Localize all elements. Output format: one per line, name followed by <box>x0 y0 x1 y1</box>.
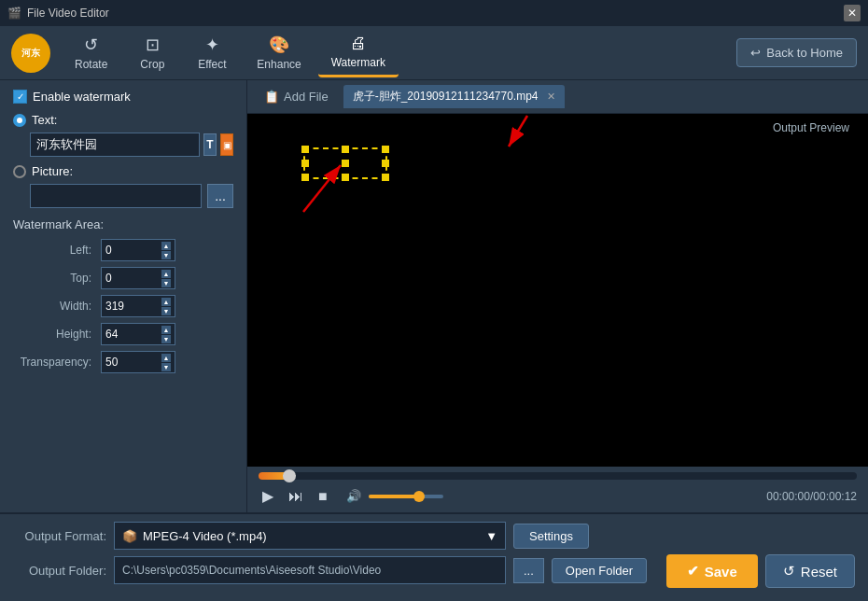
text-label: Text: <box>32 113 57 127</box>
watermark-handle-mr[interactable] <box>382 160 389 167</box>
volume-fill <box>369 495 417 498</box>
output-format-select[interactable]: 📦 MPEG-4 Video (*.mp4) ▼ <box>114 522 506 550</box>
next-frame-button[interactable]: ⏭ <box>285 486 307 507</box>
main-area: ✓ Enable watermark Text: T ▣ Picture: <box>0 80 868 512</box>
play-button[interactable]: ▶ <box>259 485 277 507</box>
progress-bar[interactable] <box>259 472 857 480</box>
close-button[interactable]: ✕ <box>844 5 861 21</box>
preview-tabs: 📋 Add File 虎子-胆炸_20190912111234770.mp4 ✕ <box>247 80 868 114</box>
crop-label: Crop <box>140 58 164 71</box>
top-param-row: Top: 0 ▲ ▼ <box>13 267 233 289</box>
picture-file-input[interactable] <box>30 184 202 208</box>
left-spin-down[interactable]: ▼ <box>161 251 171 259</box>
toolbar-effect[interactable]: ✦ Effect <box>184 29 240 77</box>
enhance-label: Enhance <box>257 58 301 71</box>
top-spin-down[interactable]: ▼ <box>161 279 171 287</box>
watermark-handle-tm[interactable] <box>342 146 349 153</box>
toolbar-rotate[interactable]: ↺ Rotate <box>62 29 120 77</box>
left-label: Left: <box>13 244 97 257</box>
save-label: Save <box>705 564 737 580</box>
watermark-box[interactable] <box>303 147 387 179</box>
volume-icon: 🔊 <box>346 489 361 503</box>
bottom-bar-wrap: Output Format: 📦 MPEG-4 Video (*.mp4) ▼ … <box>0 512 868 601</box>
watermark-handle-br[interactable] <box>382 174 389 181</box>
width-spin-up[interactable]: ▲ <box>161 298 171 306</box>
height-spin-up[interactable]: ▲ <box>161 326 171 334</box>
output-folder-input[interactable]: C:\Users\pc0359\Documents\Aiseesoft Stud… <box>114 556 506 584</box>
picture-radio[interactable] <box>13 165 26 178</box>
save-button[interactable]: ✔ Save <box>666 554 758 588</box>
back-home-button[interactable]: ↩ Back to Home <box>736 38 857 67</box>
watermark-handle-center[interactable] <box>342 160 349 167</box>
add-file-icon: 📋 <box>264 90 279 104</box>
toolbar-crop[interactable]: ⊡ Crop <box>124 29 180 77</box>
progress-handle[interactable] <box>283 469 296 482</box>
left-panel: ✓ Enable watermark Text: T ▣ Picture: <box>0 80 247 512</box>
open-folder-button[interactable]: Open Folder <box>552 558 647 583</box>
format-value: MPEG-4 Video (*.mp4) <box>143 529 267 543</box>
font-style-button[interactable]: T <box>203 133 217 156</box>
height-spin-down[interactable]: ▼ <box>161 335 171 343</box>
reset-button[interactable]: ↺ Reset <box>765 554 855 588</box>
transparency-spinbox[interactable]: 50 ▲ ▼ <box>101 351 175 373</box>
title-text: File Video Editor <box>27 7 109 20</box>
preview-area: 📋 Add File 虎子-胆炸_20190912111234770.mp4 ✕… <box>247 80 868 512</box>
tab-close-button[interactable]: ✕ <box>547 91 555 103</box>
format-icon: 📦 <box>122 529 137 543</box>
file-tab[interactable]: 虎子-胆炸_20190912111234770.mp4 ✕ <box>343 85 565 108</box>
toolbar-enhance[interactable]: 🎨 Enhance <box>244 29 314 77</box>
width-param-row: Width: 319 ▲ ▼ <box>13 295 233 317</box>
output-folder-label: Output Folder: <box>13 564 106 578</box>
stop-button[interactable]: ■ <box>315 486 331 507</box>
video-canvas: Output Preview <box>247 114 868 467</box>
output-format-row: Output Format: 📦 MPEG-4 Video (*.mp4) ▼ … <box>13 522 855 550</box>
volume-slider[interactable] <box>369 495 443 498</box>
watermark-handle-tr[interactable] <box>382 146 389 153</box>
font-color-button[interactable]: ▣ <box>220 133 233 156</box>
watermark-handle-tl[interactable] <box>301 146 309 153</box>
watermark-handle-bl[interactable] <box>301 174 309 181</box>
transparency-spin-down[interactable]: ▼ <box>161 363 171 371</box>
text-radio-row: Text: <box>13 113 233 127</box>
left-spin-up[interactable]: ▲ <box>161 242 171 250</box>
add-file-tab[interactable]: 📋 Add File <box>255 86 338 107</box>
transparency-spin-up[interactable]: ▲ <box>161 354 171 362</box>
folder-browse-button[interactable]: ... <box>513 558 544 583</box>
width-spinbox[interactable]: 319 ▲ ▼ <box>101 295 175 317</box>
file-tab-label: 虎子-胆炸_20190912111234770.mp4 <box>353 89 539 105</box>
reset-icon: ↺ <box>783 563 795 580</box>
effect-icon: ✦ <box>205 35 219 55</box>
enable-watermark-row: ✓ Enable watermark <box>13 90 233 104</box>
crop-icon: ⊡ <box>146 35 160 55</box>
watermark-text-input[interactable] <box>30 133 200 157</box>
watermark-handle-ml[interactable] <box>301 160 309 167</box>
left-spinbox[interactable]: 0 ▲ ▼ <box>101 239 175 261</box>
toolbar-watermark[interactable]: 🖨 Watermark <box>318 28 399 77</box>
picture-input-row: ... <box>30 184 233 208</box>
top-spinbox[interactable]: 0 ▲ ▼ <box>101 267 175 289</box>
title-bar: 🎬 File Video Editor ✕ <box>0 0 868 26</box>
save-icon: ✔ <box>687 563 699 580</box>
text-radio[interactable] <box>13 114 26 127</box>
height-label: Height: <box>13 328 97 341</box>
app-logo: 河东 <box>11 34 50 73</box>
top-spin-up[interactable]: ▲ <box>161 270 171 278</box>
transparency-label: Transparency: <box>13 356 97 369</box>
volume-handle[interactable] <box>413 491 425 502</box>
dropdown-icon: ▼ <box>485 529 497 543</box>
height-spinbox[interactable]: 64 ▲ ▼ <box>101 323 175 345</box>
enable-watermark-checkbox[interactable]: ✓ <box>13 90 27 104</box>
picture-browse-button[interactable]: ... <box>207 184 233 208</box>
width-spin-down[interactable]: ▼ <box>161 307 171 315</box>
reset-label: Reset <box>801 564 837 580</box>
watermark-handle-bm[interactable] <box>342 174 349 181</box>
back-home-icon: ↩ <box>750 46 761 60</box>
video-controls: ▶ ⏭ ■ 🔊 00:00:00/00:00:12 <box>247 467 868 512</box>
next-frame-icon: ⏭ <box>288 488 303 505</box>
left-param-row: Left: 0 ▲ ▼ <box>13 239 233 261</box>
enable-watermark-label: Enable watermark <box>33 90 131 104</box>
watermark-area-label: Watermark Area: <box>13 217 233 231</box>
settings-button[interactable]: Settings <box>513 524 589 549</box>
add-file-label: Add File <box>284 90 329 104</box>
top-label: Top: <box>13 272 97 285</box>
